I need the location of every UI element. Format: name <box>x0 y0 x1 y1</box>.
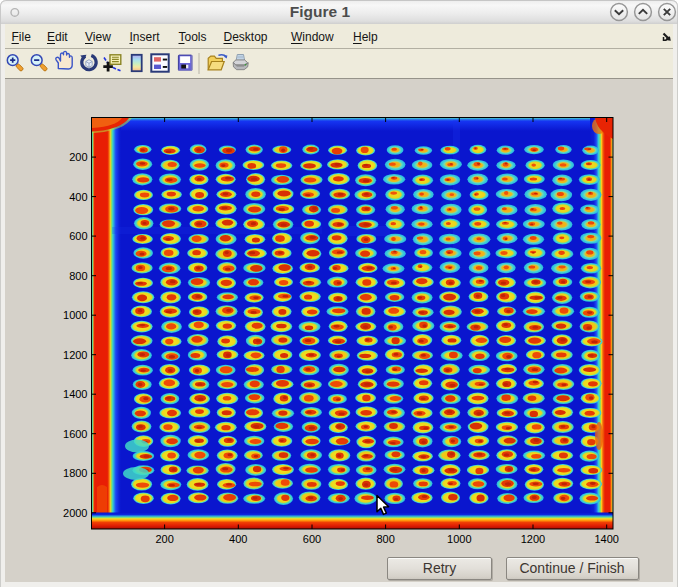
svg-text:2000: 2000 <box>63 507 87 519</box>
svg-text:1400: 1400 <box>594 533 618 545</box>
svg-text:1000: 1000 <box>447 533 471 545</box>
svg-text:200: 200 <box>155 533 173 545</box>
svg-text:1800: 1800 <box>63 467 87 479</box>
svg-text:400: 400 <box>229 533 247 545</box>
svg-text:600: 600 <box>69 230 87 242</box>
svg-text:800: 800 <box>69 270 87 282</box>
svg-text:1000: 1000 <box>63 309 87 321</box>
svg-text:1200: 1200 <box>521 533 545 545</box>
svg-text:400: 400 <box>69 191 87 203</box>
svg-text:800: 800 <box>376 533 394 545</box>
svg-text:600: 600 <box>303 533 321 545</box>
svg-text:200: 200 <box>69 151 87 163</box>
svg-text:1400: 1400 <box>63 388 87 400</box>
svg-text:1200: 1200 <box>63 349 87 361</box>
svg-text:1600: 1600 <box>63 428 87 440</box>
